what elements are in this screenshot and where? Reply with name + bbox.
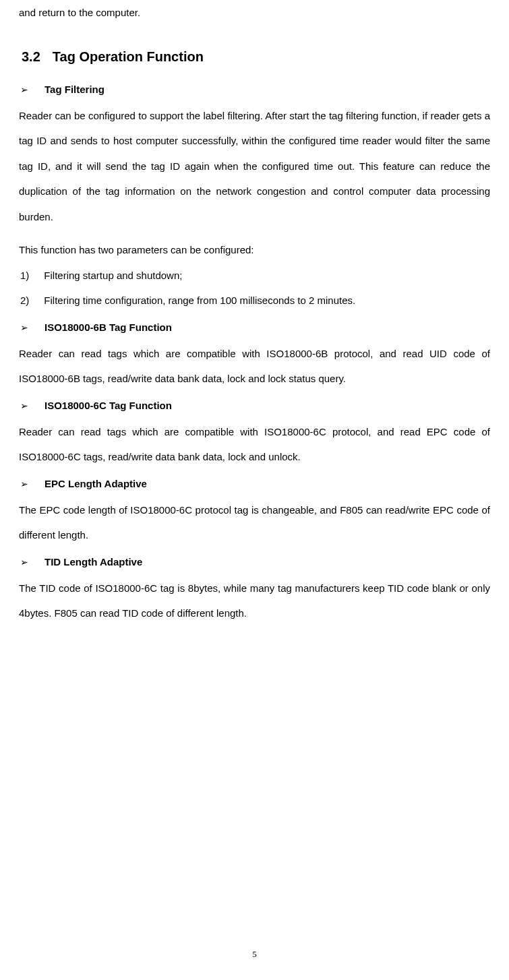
list-item: 2) Filtering time configuration, range f… (19, 288, 490, 313)
arrow-icon: ➢ (19, 84, 44, 95)
continuation-text: and return to the computer. (19, 0, 490, 26)
list-number: 1) (19, 263, 44, 288)
subsection-header: ➢ ISO18000-6C Tag Function (19, 400, 490, 411)
arrow-icon: ➢ (19, 479, 44, 489)
subsection-header: ➢ ISO18000-6B Tag Function (19, 321, 490, 333)
list-text: Filtering startup and shutdown; (44, 263, 182, 288)
section-heading: 3.2Tag Operation Function (19, 49, 490, 65)
page-number: 5 (252, 949, 257, 960)
subsection-header: ➢ EPC Length Adaptive (19, 478, 490, 489)
arrow-icon: ➢ (19, 322, 44, 333)
body-paragraph: Reader can read tags which are compatibl… (19, 341, 490, 392)
arrow-icon: ➢ (19, 400, 44, 411)
body-paragraph: The TID code of ISO18000-6C tag is 8byte… (19, 576, 490, 626)
subsection-title: Tag Filtering (44, 84, 104, 95)
subsection-title: ISO18000-6B Tag Function (44, 321, 172, 333)
arrow-icon: ➢ (19, 557, 44, 568)
subsection-header: ➢ Tag Filtering (19, 84, 490, 95)
list-text: Filtering time configuration, range from… (44, 288, 355, 313)
body-paragraph: This function has two parameters can be … (19, 237, 490, 263)
section-title: Tag Operation Function (53, 49, 204, 64)
body-paragraph: The EPC code length of ISO18000-6C proto… (19, 497, 490, 548)
body-paragraph: Reader can read tags which are compatibl… (19, 419, 490, 470)
subsection-title: ISO18000-6C Tag Function (44, 400, 172, 411)
section-number: 3.2 (22, 49, 53, 64)
list-number: 2) (19, 288, 44, 313)
subsection-title: EPC Length Adaptive (44, 478, 147, 489)
body-paragraph: Reader can be configured to support the … (19, 103, 490, 230)
subsection-header: ➢ TID Length Adaptive (19, 556, 490, 568)
list-item: 1) Filtering startup and shutdown; (19, 263, 490, 288)
subsection-title: TID Length Adaptive (44, 556, 142, 568)
